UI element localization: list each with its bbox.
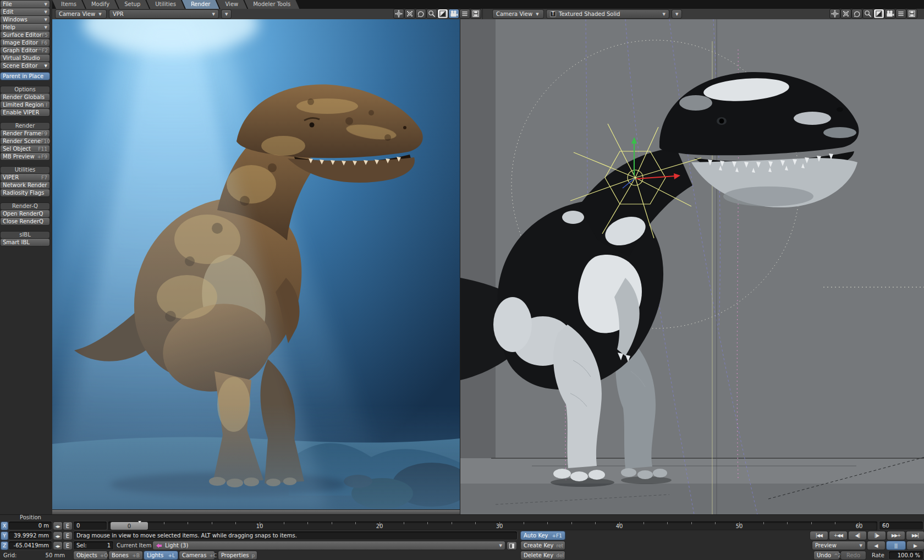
minmax-icon[interactable] bbox=[438, 9, 448, 18]
menu-icon[interactable] bbox=[896, 9, 906, 18]
go-end-button[interactable]: ▶▶| bbox=[906, 531, 924, 540]
save-icon[interactable] bbox=[907, 9, 917, 18]
y-envelope-button[interactable]: E bbox=[63, 532, 72, 540]
undo-button[interactable]: Undo^Z bbox=[814, 551, 839, 559]
item-properties-mini-button[interactable] bbox=[507, 542, 516, 550]
menu-icon[interactable] bbox=[460, 9, 470, 18]
z-nudge-buttons[interactable]: ◀▶ bbox=[53, 542, 62, 550]
right-render-mode-dropdown[interactable]: T Textured Shaded Solid ▼ bbox=[547, 10, 669, 18]
play-reverse-button[interactable]: ◀ bbox=[867, 541, 885, 550]
delete-key-button[interactable]: Delete Keydel bbox=[521, 551, 565, 559]
x-envelope-button[interactable]: E bbox=[63, 522, 72, 530]
tab-utilities[interactable]: Utilities bbox=[146, 0, 185, 9]
camera-icon[interactable] bbox=[885, 9, 895, 18]
timeline-tick-label: 30 bbox=[496, 523, 503, 529]
sidebar-item-graph-editor[interactable]: Graph Editor^F2 bbox=[1, 47, 50, 54]
rate-field[interactable]: 100.0 % bbox=[889, 551, 923, 559]
left-header-mini-dropdown[interactable]: ▼ bbox=[222, 10, 231, 18]
move-icon[interactable] bbox=[830, 9, 840, 18]
chevron-down-icon: ▼ bbox=[45, 9, 47, 15]
save-icon[interactable] bbox=[471, 9, 481, 18]
play-forward-button[interactable]: ▶ bbox=[907, 541, 924, 550]
axis-z-chip[interactable]: Z bbox=[1, 542, 8, 550]
pan-icon[interactable] bbox=[405, 9, 415, 18]
go-start-button[interactable]: |◀◀ bbox=[810, 531, 828, 540]
tab-modify[interactable]: Modify bbox=[82, 0, 118, 9]
tab-render[interactable]: Render bbox=[182, 0, 219, 9]
item-type-properties[interactable]: Propertiesp bbox=[218, 551, 257, 559]
next-frame-button[interactable]: ||▶ bbox=[868, 531, 886, 540]
sidebar-item-close-renderq[interactable]: Close RenderQ bbox=[1, 218, 50, 225]
item-type-objects[interactable]: Objects+O bbox=[74, 551, 107, 559]
preview-dropdown[interactable]: Preview▼ bbox=[812, 541, 865, 550]
sidebar-item-smart-ibl[interactable]: Smart IBL bbox=[1, 239, 50, 246]
prev-frame-button[interactable]: ◀|| bbox=[849, 531, 866, 540]
menu-windows[interactable]: Windows▼ bbox=[1, 16, 50, 23]
right-view-type-dropdown[interactable]: Camera View▼ bbox=[493, 10, 543, 18]
position-z-field[interactable]: -65.0419mm bbox=[9, 541, 52, 550]
menu-help[interactable]: Help▼ bbox=[1, 24, 50, 31]
zoom-icon[interactable] bbox=[863, 9, 873, 18]
create-key-button[interactable]: Create Keyret bbox=[521, 541, 565, 550]
sidebar-item-enable-viper[interactable]: Enable VIPER bbox=[1, 109, 50, 116]
left-render-mode-dropdown[interactable]: VPR▼ bbox=[109, 10, 218, 18]
sidebar-item-render-scene[interactable]: Render SceneF10 bbox=[1, 138, 50, 145]
item-type-bones[interactable]: Bones+B bbox=[109, 551, 142, 559]
current-item-dropdown[interactable]: Light (3) ▼ bbox=[153, 541, 505, 550]
left-viewport-canvas[interactable] bbox=[52, 19, 460, 514]
sidebar-item-surface-editor[interactable]: Surface EditorF5 bbox=[1, 31, 50, 39]
tab-modeler-tools[interactable]: Modeler Tools bbox=[244, 0, 299, 9]
parent-in-place-button[interactable]: Parent in Place bbox=[1, 73, 50, 80]
right-header-mini-dropdown[interactable]: ▼ bbox=[672, 10, 681, 18]
current-frame-field[interactable]: 0 bbox=[74, 521, 107, 530]
end-frame-field[interactable]: 60 bbox=[879, 521, 923, 530]
chevron-down-icon: ▼ bbox=[45, 63, 47, 69]
timeline-track[interactable]: 01020304050600 bbox=[108, 521, 877, 530]
position-x-field[interactable]: 0 m bbox=[9, 521, 52, 530]
timeline-tick bbox=[811, 522, 812, 524]
y-nudge-buttons[interactable]: ◀▶ bbox=[53, 532, 62, 540]
left-viewport-bottom-bar[interactable] bbox=[52, 509, 460, 514]
tab-setup[interactable]: Setup bbox=[116, 0, 149, 9]
sidebar-item-network-render[interactable]: Network Render bbox=[1, 182, 50, 189]
item-type-lights[interactable]: Lights+L bbox=[144, 551, 178, 559]
position-y-field[interactable]: 39.9992 mm bbox=[9, 531, 52, 540]
sidebar-item-open-renderq[interactable]: Open RenderQ bbox=[1, 210, 50, 217]
z-envelope-button[interactable]: E bbox=[63, 542, 72, 550]
rotate-icon[interactable] bbox=[416, 9, 426, 18]
sidebar-item-image-editor[interactable]: Image EditorF6 bbox=[1, 39, 50, 46]
x-nudge-buttons[interactable]: ◀▶ bbox=[53, 522, 62, 530]
sidebar-item-render-frame[interactable]: Render FrameF9 bbox=[1, 130, 50, 137]
menu-edit[interactable]: Edit▼ bbox=[1, 8, 50, 15]
pan-icon[interactable] bbox=[841, 9, 851, 18]
timeline-tick bbox=[427, 522, 428, 524]
axis-y-chip[interactable]: Y bbox=[1, 532, 8, 540]
sidebar-item-scene-editor[interactable]: Scene Editor▼ bbox=[1, 62, 50, 69]
sidebar-item-virtual-studio[interactable]: Virtual Studio bbox=[1, 54, 50, 62]
item-type-cameras[interactable]: Cameras+C bbox=[179, 551, 215, 559]
move-icon[interactable] bbox=[394, 9, 404, 18]
sidebar-item-limited-region[interactable]: Limited Regionl bbox=[1, 101, 50, 108]
menu-file[interactable]: File▼ bbox=[1, 1, 50, 8]
texture-mode-badge: T bbox=[550, 11, 556, 17]
sidebar-item-viper[interactable]: VIPERF7 bbox=[1, 174, 50, 181]
tab-items[interactable]: Items bbox=[52, 0, 85, 9]
next-key-button[interactable]: ▶▶+ bbox=[887, 531, 905, 540]
prev-key-button[interactable]: +◀◀ bbox=[829, 531, 847, 540]
tab-view[interactable]: View bbox=[216, 0, 247, 9]
rotate-icon[interactable] bbox=[852, 9, 862, 18]
timeline-slider-handle[interactable]: 0 bbox=[111, 522, 148, 530]
axis-x-chip[interactable]: X bbox=[1, 522, 8, 530]
minmax-icon[interactable] bbox=[874, 9, 884, 18]
right-viewport-canvas[interactable] bbox=[460, 19, 924, 514]
pause-button[interactable]: || bbox=[887, 541, 905, 550]
sidebar-item-mb-preview[interactable]: MB Preview+F9 bbox=[1, 153, 50, 160]
zoom-icon[interactable] bbox=[427, 9, 437, 18]
redo-button[interactable]: Redo bbox=[841, 551, 866, 559]
left-view-type-dropdown[interactable]: Camera View▼ bbox=[56, 10, 106, 18]
auto-key-button[interactable]: Auto Key+F1 bbox=[521, 531, 565, 540]
sidebar-item-sel-object[interactable]: Sel ObjectF11 bbox=[1, 145, 50, 152]
camera-icon[interactable] bbox=[449, 9, 459, 18]
sidebar-item-radiosity-flags[interactable]: Radiosity Flags bbox=[1, 189, 50, 196]
sidebar-item-render-globals[interactable]: Render Globals bbox=[1, 94, 50, 101]
